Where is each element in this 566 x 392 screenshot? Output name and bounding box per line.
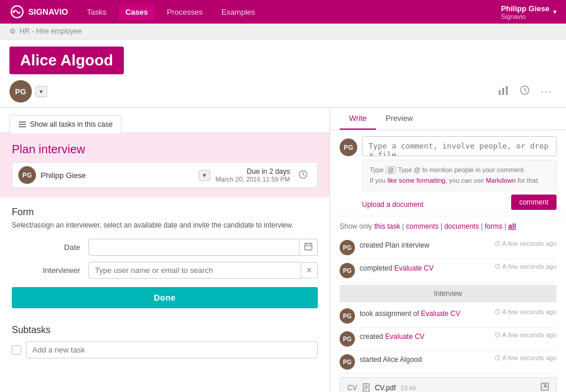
subtasks-heading: Subtasks [12,325,318,335]
cv-attachment: CV CV.pdf 15 kb [340,377,557,392]
user-menu[interactable]: Philipp Giese Signavio ▾ [501,4,557,20]
filter-this-task[interactable]: this task [374,222,400,230]
top-navigation: SIGNAVIO Tasks Cases Processes Examples … [0,0,566,24]
activity-list: PG created Plan interview A few seconds … [330,236,566,392]
activity-item: PG created Evaluate CV A few seconds ago [340,328,557,351]
due-date: Due in 2 days March 20, 2016 11:59 PM [215,167,290,183]
svg-rect-10 [305,243,312,250]
form-heading: Form [12,207,318,218]
filter-forms[interactable]: forms [485,222,502,230]
svg-point-1 [12,11,15,13]
interviewer-label: Interviewer [12,266,88,275]
activity-time: A few seconds ago [495,354,557,361]
subtasks-section: Subtasks [0,318,330,365]
cv-open-button[interactable] [541,383,549,392]
avatar: PG [9,80,32,103]
comment-input[interactable] [362,136,557,156]
case-header: Alice Algood PG ▾ ··· [0,39,566,108]
calendar-icon[interactable] [300,239,318,256]
breadcrumb: ⚙ HR - Hire employee [0,24,566,39]
chart-icon[interactable] [495,83,512,100]
preview-tab[interactable]: Preview [376,108,422,130]
new-task-row [12,341,318,358]
new-task-input[interactable] [26,341,318,358]
nav-examples[interactable]: Examples [215,4,262,20]
logo[interactable]: SIGNAVIO [9,4,68,19]
activity-avatar: PG [340,354,355,370]
comment-input-wrap: PG [340,136,557,156]
done-button[interactable]: Done [12,287,318,308]
history-icon[interactable] [516,83,534,100]
activity-time: A few seconds ago [495,263,557,270]
new-task-checkbox[interactable] [12,345,21,355]
nav-processes[interactable]: Processes [160,4,210,20]
form-description: Select/assign an interviewer, select an … [12,221,318,229]
show-all-tasks-tab[interactable]: Show all tasks in this case [9,115,121,133]
case-title: Alice Algood [9,47,124,74]
filter-documents[interactable]: documents [445,222,479,230]
user-dropdown-icon[interactable]: ▾ [553,8,557,16]
interviewer-input-wrap: ✕ [88,262,318,279]
task-tabs: Show all tasks in this case [0,108,330,133]
activity-time: A few seconds ago [495,331,557,338]
activity-time: A few seconds ago [495,308,557,315]
assignee-avatar: PG [18,166,36,184]
svg-rect-3 [502,88,504,95]
activity-item: PG completed Evaluate CV A few seconds a… [340,259,557,282]
activity-content: started Alice Algood [360,354,490,364]
activity-time: A few seconds ago [495,240,557,247]
activity-content: completed Evaluate CV [360,263,490,272]
case-toolbar: PG ▾ ··· [9,80,557,107]
date-input[interactable] [88,239,300,256]
comment-hint: Type @ Type @ to mention people in your … [362,160,557,191]
assignee-dropdown[interactable]: ▾ [199,170,210,181]
left-panel: Show all tasks in this case Plan intervi… [0,108,330,392]
more-options-icon[interactable]: ··· [537,83,557,100]
activity-avatar: PG [340,331,355,347]
commenter-avatar: PG [340,139,357,156]
form-section: Form Select/assign an interviewer, selec… [0,197,330,318]
svg-rect-2 [499,90,501,95]
activity-content: took assignment of Evaluate CV [360,308,490,318]
assignee-name: Philipp Giese [41,171,194,180]
comment-area: PG Type @ Type @ to mention people in yo… [330,130,566,216]
activity-avatar: PG [340,308,355,324]
activity-content: created Evaluate CV [360,331,490,341]
date-input-wrap [88,239,318,256]
activity-item: PG started Alice Algood A few seconds ag… [340,351,557,374]
activity-avatar: PG [340,263,355,278]
upload-link[interactable]: Upload a document [362,200,423,209]
task-card: Plan interview PG Philipp Giese ▾ Due in… [0,133,330,197]
activity-avatar: PG [340,240,355,255]
activity-content: created Plan interview [360,240,490,249]
avatar-dropdown[interactable]: ▾ [35,86,47,97]
task-meta: PG Philipp Giese ▾ Due in 2 days March 2… [12,162,318,188]
right-panel: Write Preview PG Type @ Type @ to mentio… [330,108,566,392]
interviewer-input[interactable] [88,262,301,279]
activity-filter: Show only this task | comments | documen… [330,216,566,236]
write-tab[interactable]: Write [340,108,376,130]
due-date-icon[interactable] [295,167,311,183]
task-title: Plan interview [12,143,318,156]
activity-item: PG created Plan interview A few seconds … [340,236,557,259]
nav-tasks[interactable]: Tasks [80,4,113,20]
interview-divider: Interview [340,285,557,302]
comment-submit-button[interactable]: comment [511,195,557,210]
svg-rect-4 [506,86,508,95]
main-content: Show all tasks in this case Plan intervi… [0,108,566,392]
breadcrumb-icon: ⚙ [9,27,16,35]
filter-all[interactable]: all [508,222,516,230]
nav-cases[interactable]: Cases [119,4,155,20]
at-symbol: @ [386,166,396,174]
interviewer-clear-icon[interactable]: ✕ [301,262,318,278]
comment-tabs: Write Preview [330,108,566,130]
filter-comments[interactable]: comments [406,222,439,230]
activity-item: PG took assignment of Evaluate CV A few … [340,305,557,328]
date-row: Date [12,239,318,256]
date-label: Date [12,243,88,252]
interviewer-row: Interviewer ✕ [12,262,318,279]
